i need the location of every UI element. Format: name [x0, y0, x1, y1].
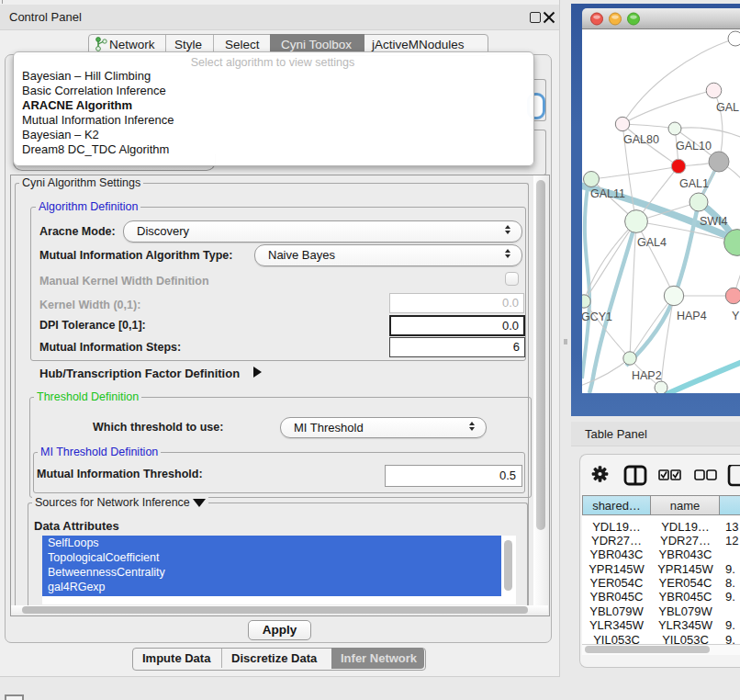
- svg-text:HAP4: HAP4: [677, 310, 707, 322]
- svg-text:GAL80: GAL80: [623, 133, 659, 146]
- svg-text:GAL4: GAL4: [637, 236, 667, 249]
- svg-text:GAL11: GAL11: [590, 187, 625, 200]
- svg-text:SWI4: SWI4: [700, 215, 728, 228]
- svg-text:GAL: GAL: [716, 101, 739, 114]
- svg-text:HAP2: HAP2: [632, 369, 662, 382]
- svg-text:GCY1: GCY1: [582, 310, 612, 323]
- svg-text:GAL1: GAL1: [679, 177, 709, 190]
- svg-text:Y: Y: [732, 310, 740, 322]
- svg-text:GAL10: GAL10: [676, 140, 712, 152]
